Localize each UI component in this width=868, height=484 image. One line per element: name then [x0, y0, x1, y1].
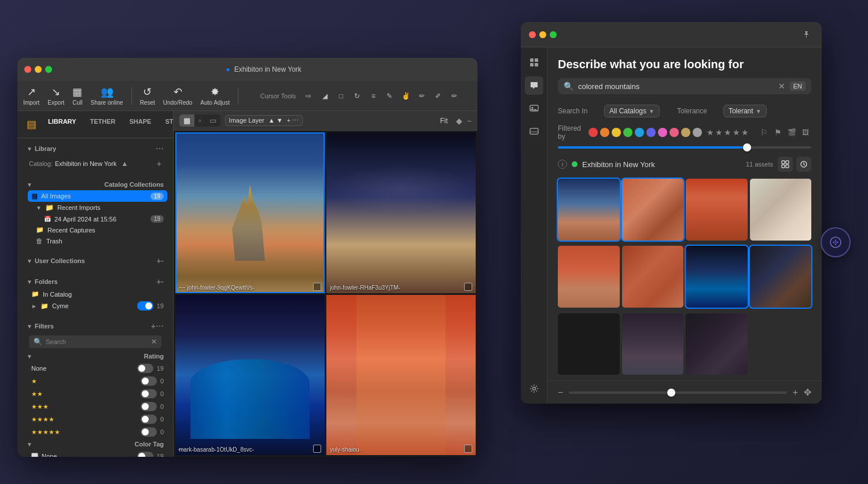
- nav-shape[interactable]: SHAPE: [123, 116, 157, 133]
- panel-minimize-btn[interactable]: [539, 31, 546, 38]
- export-button[interactable]: ↘ Export: [47, 86, 64, 106]
- panel-image-btn[interactable]: [525, 99, 543, 118]
- cursor-tool-1[interactable]: ⇨: [301, 90, 315, 102]
- flag-btn-3[interactable]: 🎬: [786, 127, 797, 138]
- share-online-button[interactable]: 👥 Share online: [90, 86, 123, 106]
- library-more-icon[interactable]: ⋯: [156, 144, 164, 153]
- rating-3-toggle[interactable]: [141, 402, 157, 411]
- rating-none-toggle[interactable]: [137, 364, 153, 373]
- photo-cell-2[interactable]: john-fowler-RHaF3u3YjTM-: [326, 132, 476, 293]
- result-thumb-5[interactable]: [558, 246, 620, 308]
- all-images-item[interactable]: ▦ All Images 19: [28, 190, 167, 202]
- result-thumb-11[interactable]: [686, 313, 748, 375]
- zoom-in-btn[interactable]: +: [793, 387, 798, 398]
- result-action-btn-1[interactable]: [778, 157, 793, 172]
- photo-checkbox-2[interactable]: [464, 283, 472, 291]
- star-1[interactable]: ★: [707, 128, 714, 137]
- lang-badge[interactable]: EN: [790, 82, 806, 91]
- cursor-tool-9[interactable]: ✐: [431, 90, 445, 102]
- filter-color-green[interactable]: [623, 128, 632, 137]
- result-thumb-6[interactable]: [622, 246, 684, 308]
- rating-4-toggle[interactable]: [141, 415, 157, 424]
- cull-button[interactable]: ▦ Cull: [72, 86, 82, 106]
- photo-cell-3[interactable]: −− mark-basarab-1OtUkD_8svc-: [175, 295, 325, 456]
- panel-settings-btn[interactable]: [525, 379, 543, 398]
- rating-1-item[interactable]: ★ 0: [28, 375, 167, 387]
- filmstrip-view-btn[interactable]: ▫: [194, 114, 205, 127]
- catalog-add-icon[interactable]: +: [157, 159, 161, 168]
- user-collections-remove[interactable]: -: [161, 256, 164, 265]
- result-thumb-10[interactable]: [622, 313, 684, 375]
- in-catalog-item[interactable]: 📁 In Catalog: [28, 289, 167, 300]
- flag-btn-2[interactable]: ⚑: [772, 127, 784, 138]
- rating-3-item[interactable]: ★★★ 0: [28, 400, 167, 413]
- filter-color-yellow[interactable]: [612, 128, 621, 137]
- filter-search-clear[interactable]: ✕: [151, 338, 157, 346]
- color-tag-header[interactable]: ▼ Color Tag: [23, 438, 167, 450]
- panel-chat-btn[interactable]: [525, 76, 543, 95]
- zoom-thumb[interactable]: [667, 389, 675, 397]
- photo-checkbox-1[interactable]: [313, 283, 321, 291]
- grid-view-btn[interactable]: ▦: [179, 114, 194, 127]
- rating-5-toggle[interactable]: [141, 427, 157, 437]
- cursor-tool-6[interactable]: ✎: [382, 90, 396, 102]
- search-input[interactable]: [578, 82, 774, 91]
- filter-color-red[interactable]: [589, 128, 598, 137]
- search-in-select[interactable]: All Catalogs ▼: [604, 105, 660, 117]
- single-view-btn[interactable]: ▭: [205, 114, 220, 127]
- tolerance-select[interactable]: Tolerant ▼: [723, 105, 767, 117]
- folders-header[interactable]: ▼ Folders + -: [23, 275, 167, 289]
- rating-2-toggle[interactable]: [141, 389, 157, 398]
- layer-select[interactable]: Image Layer ▲ ▼ + ⋯: [225, 115, 303, 126]
- catalog-collections-header[interactable]: ▼ Catalog Collections: [23, 179, 167, 190]
- star-4[interactable]: ★: [733, 128, 740, 137]
- rating-none-item[interactable]: None 19: [28, 362, 167, 375]
- cyme-item[interactable]: ► 📁 Cyme 19: [28, 300, 167, 312]
- cursor-tool-7[interactable]: ✌: [399, 90, 413, 102]
- result-thumb-1[interactable]: [558, 179, 620, 241]
- result-thumb-2[interactable]: [622, 179, 684, 241]
- trash-item[interactable]: 🗑 Trash: [28, 235, 167, 247]
- result-thumb-3[interactable]: [686, 179, 748, 241]
- photo-cell-1[interactable]: −− john-fowler-9qgKQewttVs-: [175, 132, 325, 293]
- reset-button[interactable]: ↺ Reset: [140, 86, 155, 106]
- cursor-tool-4[interactable]: ↻: [350, 90, 364, 102]
- user-collections-add[interactable]: +: [156, 256, 161, 265]
- color-none-item[interactable]: None 19: [28, 450, 167, 457]
- catalog-chevron[interactable]: ▲: [121, 160, 128, 168]
- rating-1-toggle[interactable]: [141, 376, 157, 386]
- filter-color-rose[interactable]: [670, 128, 679, 137]
- undo-redo-button[interactable]: ↶ Undo/Redo: [163, 86, 193, 106]
- folders-add[interactable]: +: [156, 277, 161, 286]
- star-2[interactable]: ★: [715, 128, 723, 137]
- info-icon[interactable]: i: [558, 160, 567, 169]
- maximize-button[interactable]: [45, 66, 52, 73]
- nav-style[interactable]: STYLE: [159, 116, 174, 133]
- search-clear-btn[interactable]: ✕: [778, 82, 785, 91]
- nav-icon-folder[interactable]: ▤: [23, 116, 40, 133]
- result-thumb-7[interactable]: [686, 246, 748, 308]
- cursor-tool-10[interactable]: ✏: [447, 90, 461, 102]
- minimize-button[interactable]: [35, 66, 42, 73]
- flag-btn-1[interactable]: ⚐: [758, 127, 770, 138]
- recent-captures-item[interactable]: 📁 Recent Captures: [28, 224, 167, 235]
- rating-4-item[interactable]: ★★★★ 0: [28, 413, 167, 426]
- color-none-toggle[interactable]: [137, 452, 153, 457]
- ai-action-button[interactable]: [821, 227, 851, 257]
- cursor-tool-2[interactable]: ◢: [318, 90, 332, 102]
- nav-tether[interactable]: TETHER: [84, 116, 121, 133]
- star-3[interactable]: ★: [724, 128, 731, 137]
- cursor-tool-3[interactable]: □: [334, 90, 348, 102]
- grid-size-btn[interactable]: ✥: [804, 387, 811, 398]
- cursor-tool-5[interactable]: ≡: [366, 90, 380, 102]
- filters-add[interactable]: +: [151, 322, 156, 331]
- flag-btn-4[interactable]: 🖼: [800, 127, 811, 138]
- filters-header[interactable]: ▼ Filters + ⋯: [23, 319, 167, 333]
- photo-checkbox-4[interactable]: [464, 445, 472, 453]
- compare-icon[interactable]: ◆: [456, 116, 462, 125]
- filter-color-blue[interactable]: [635, 128, 644, 137]
- panel-pin-icon[interactable]: 🖈: [800, 28, 814, 42]
- folders-remove[interactable]: -: [161, 277, 164, 286]
- close-button[interactable]: [24, 66, 31, 73]
- result-thumb-8[interactable]: [750, 246, 812, 308]
